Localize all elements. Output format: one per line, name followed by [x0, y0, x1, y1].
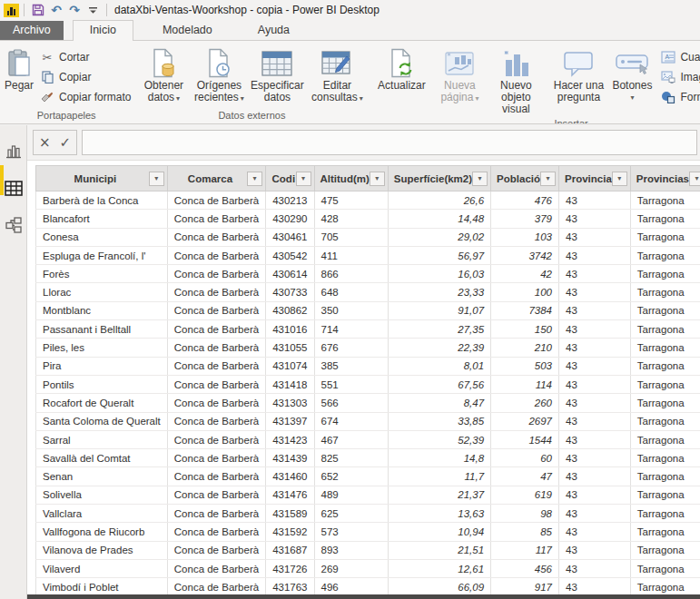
cell-provincias[interactable]: Tarragona: [630, 375, 700, 393]
cell-municipi[interactable]: Espluga de Francolí, l': [36, 246, 168, 264]
table-row[interactable]: MontblancConca de Barberà43086235091,077…: [36, 301, 700, 319]
cell-municipi[interactable]: Vallclara: [36, 505, 168, 523]
cell-superf-cie-km2-[interactable]: 66,09: [388, 578, 490, 596]
cell-superf-cie-km2-[interactable]: 56,97: [388, 246, 490, 264]
cell-poblaci-[interactable]: 1544: [491, 430, 559, 448]
cell-provincias[interactable]: Tarragona: [630, 541, 700, 559]
cell-provincias[interactable]: Tarragona: [630, 320, 700, 339]
cell-comarca[interactable]: Conca de Barberà: [167, 265, 265, 283]
cell-codi[interactable]: 431074: [266, 357, 314, 375]
cell-poblaci-[interactable]: 103: [491, 228, 559, 246]
commit-button[interactable]: ✓: [60, 136, 72, 150]
cell-altitud-m-[interactable]: 652: [314, 467, 388, 486]
cell-municipi[interactable]: Rocafort de Queralt: [36, 394, 168, 412]
table-row[interactable]: LloracConca de Barberà43073364823,331004…: [36, 283, 700, 301]
nueva-pagina-button[interactable]: Nueva página▾: [436, 45, 483, 105]
cell-altitud-m-[interactable]: 714: [314, 320, 388, 339]
column-filter-dropdown-icon[interactable]: ▾: [296, 172, 311, 186]
cell-poblaci-[interactable]: 917: [491, 578, 559, 596]
column-header-comarca[interactable]: Comarca▾: [167, 166, 265, 191]
cell-municipi[interactable]: Pira: [36, 357, 168, 375]
especificar-datos-button[interactable]: Especificar datos: [247, 45, 307, 104]
cell-superf-cie-km2-[interactable]: 33,85: [388, 412, 490, 430]
sidebar-item-data-view[interactable]: [4, 179, 24, 197]
cell-municipi[interactable]: Montblanc: [36, 301, 168, 319]
cell-municipi[interactable]: Pontils: [36, 375, 168, 393]
editar-consultas-button[interactable]: Editar consultas▾: [307, 45, 367, 105]
cell-municipi[interactable]: Savallà del Comtat: [36, 449, 168, 467]
cell-superf-cie-km2-[interactable]: 22,39: [388, 339, 490, 357]
cell-codi[interactable]: 431687: [266, 541, 314, 559]
cell-poblaci-[interactable]: 210: [491, 339, 559, 357]
cell-municipi[interactable]: Sarral: [36, 430, 168, 448]
nuevo-objeto-visual-button[interactable]: Nuevo objeto visual: [483, 45, 548, 116]
cell-altitud-m-[interactable]: 489: [314, 486, 388, 504]
cell-provincia[interactable]: 43: [559, 228, 631, 246]
column-header-superf-cie-km2-[interactable]: Superfície(km2)▾: [388, 166, 490, 191]
cell-codi[interactable]: 430733: [266, 283, 314, 301]
table-row[interactable]: Barberà de la ConcaConca de Barberà43021…: [36, 191, 700, 210]
cell-superf-cie-km2-[interactable]: 11,7: [388, 467, 490, 486]
cell-provincias[interactable]: Tarragona: [630, 467, 700, 486]
table-row[interactable]: ConesaConca de Barberà43046170529,021034…: [36, 228, 700, 246]
cell-provincias[interactable]: Tarragona: [630, 559, 700, 577]
cell-municipi[interactable]: Vilaverd: [36, 559, 168, 577]
cell-codi[interactable]: 431303: [266, 394, 314, 412]
cell-comarca[interactable]: Conca de Barberà: [167, 467, 265, 486]
cell-comarca[interactable]: Conca de Barberà: [167, 394, 265, 412]
cell-municipi[interactable]: Piles, les: [36, 339, 168, 357]
cell-altitud-m-[interactable]: 269: [314, 559, 388, 577]
cell-municipi[interactable]: Llorac: [36, 283, 168, 301]
botones-button[interactable]: Botones▾: [608, 45, 656, 104]
cell-altitud-m-[interactable]: 866: [314, 265, 388, 283]
table-row[interactable]: Santa Coloma de QueraltConca de Barberà4…: [36, 412, 700, 430]
actualizar-button[interactable]: Actualizar: [372, 45, 430, 93]
cell-provincias[interactable]: Tarragona: [630, 210, 700, 228]
cell-superf-cie-km2-[interactable]: 21,37: [388, 486, 490, 504]
cell-provincia[interactable]: 43: [559, 430, 631, 448]
cell-provincia[interactable]: 43: [559, 339, 631, 357]
cell-municipi[interactable]: Senan: [36, 467, 168, 486]
column-filter-dropdown-icon[interactable]: ▾: [689, 172, 700, 186]
sidebar-item-report-view[interactable]: [4, 142, 24, 160]
origenes-recientes-button[interactable]: Orígenes recientes▾: [191, 45, 247, 105]
cell-superf-cie-km2-[interactable]: 29,02: [388, 228, 490, 246]
cell-poblaci-[interactable]: 114: [491, 375, 559, 393]
cell-superf-cie-km2-[interactable]: 23,33: [388, 283, 490, 301]
table-row[interactable]: SolivellaConca de Barberà43147648921,376…: [36, 486, 700, 504]
cell-provincias[interactable]: Tarragona: [630, 523, 700, 541]
cell-superf-cie-km2-[interactable]: 8,47: [388, 394, 490, 412]
cell-codi[interactable]: 430461: [266, 228, 314, 246]
cell-poblaci-[interactable]: 619: [491, 486, 559, 504]
cell-provincias[interactable]: Tarragona: [630, 449, 700, 467]
cell-codi[interactable]: 430614: [266, 265, 314, 283]
column-filter-dropdown-icon[interactable]: ▾: [612, 172, 627, 186]
table-row[interactable]: SarralConca de Barberà43142346752,391544…: [36, 430, 700, 448]
cell-provincias[interactable]: Tarragona: [630, 430, 700, 448]
cell-municipi[interactable]: Conesa: [36, 228, 168, 246]
cell-provincia[interactable]: 43: [559, 486, 631, 504]
cell-poblaci-[interactable]: 260: [491, 394, 559, 412]
cell-altitud-m-[interactable]: 475: [314, 191, 388, 210]
cell-altitud-m-[interactable]: 625: [314, 505, 388, 523]
cell-altitud-m-[interactable]: 350: [314, 301, 388, 319]
cell-provincia[interactable]: 43: [559, 505, 631, 523]
cell-provincia[interactable]: 43: [559, 578, 631, 596]
cell-comarca[interactable]: Conca de Barberà: [167, 578, 265, 596]
table-row[interactable]: ForèsConca de Barberà43061486616,034243T…: [36, 265, 700, 283]
cell-codi[interactable]: 431589: [266, 505, 314, 523]
cell-codi[interactable]: 431460: [266, 467, 314, 486]
cell-provincia[interactable]: 43: [559, 523, 631, 541]
column-header-altitud-m-[interactable]: Altitud(m)▾: [314, 166, 388, 191]
column-header-poblaci-[interactable]: Població▾: [491, 166, 559, 191]
cell-provincias[interactable]: Tarragona: [630, 339, 700, 357]
copiar-formato-button[interactable]: Copiar formato: [40, 87, 131, 107]
cell-provincia[interactable]: 43: [559, 191, 631, 210]
cell-altitud-m-[interactable]: 496: [314, 578, 388, 596]
cell-provincia[interactable]: 43: [559, 357, 631, 375]
tab-inicio[interactable]: Inicio: [73, 20, 133, 41]
cell-poblaci-[interactable]: 2697: [491, 412, 559, 430]
table-row[interactable]: BlancafortConca de Barberà43029042814,48…: [36, 210, 700, 228]
column-filter-dropdown-icon[interactable]: ▾: [247, 172, 262, 186]
cell-provincia[interactable]: 43: [559, 301, 631, 319]
